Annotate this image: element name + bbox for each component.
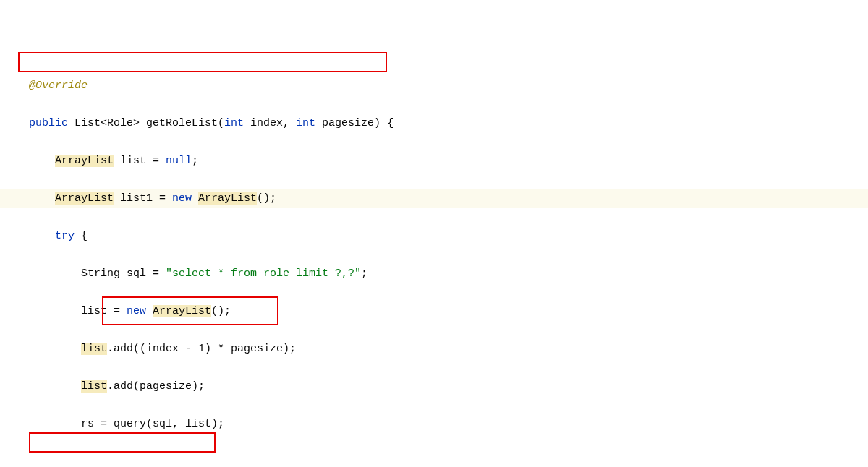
- code-text: ;: [192, 155, 198, 167]
- warn-type: ArrayList: [55, 192, 114, 205]
- annotation-box-3: [29, 432, 216, 453]
- code-text: ();: [257, 192, 276, 205]
- code-line[interactable]: list.add((index - 1) * pagesize);: [0, 340, 868, 359]
- keyword-int: int: [224, 117, 244, 129]
- keyword-try: try: [55, 230, 75, 242]
- code-text: list =: [81, 305, 127, 317]
- code-line-empty[interactable]: [0, 453, 868, 467]
- code-text: [146, 305, 153, 317]
- annotation: @Override: [29, 80, 88, 92]
- warn-type: ArrayList: [55, 155, 114, 167]
- code-line[interactable]: String sql = "select * from role limit ?…: [0, 265, 868, 283]
- code-line[interactable]: ArrayList list = null;: [0, 152, 868, 171]
- keyword-null: null: [166, 155, 192, 167]
- code-text: list =: [114, 155, 166, 167]
- code-text: .add(pagesize);: [107, 380, 205, 393]
- code-line-highlighted[interactable]: ArrayList list1 = new ArrayList();: [0, 189, 868, 208]
- code-line[interactable]: @Override: [0, 77, 868, 95]
- code-text: list1 =: [114, 192, 172, 205]
- code-line[interactable]: rs = query(sql, list);: [0, 415, 868, 434]
- warn-var: list: [81, 343, 107, 355]
- code-text: ;: [361, 267, 367, 280]
- code-text: [192, 192, 198, 205]
- code-line[interactable]: public List<Role> getRoleList(int index,…: [0, 114, 868, 133]
- string-literal: "select * from role limit ?,?": [166, 267, 361, 280]
- code-text: ();: [211, 305, 231, 317]
- keyword-int: int: [296, 117, 315, 129]
- param: index,: [244, 117, 296, 129]
- keyword-public: public: [29, 117, 68, 129]
- code-line[interactable]: list.add(pagesize);: [0, 377, 868, 396]
- warn-type: ArrayList: [198, 192, 257, 205]
- keyword-new: new: [127, 305, 146, 317]
- param: pagesize) {: [315, 117, 393, 129]
- code-line[interactable]: list = new ArrayList();: [0, 302, 868, 321]
- warn-var: list: [81, 380, 107, 393]
- code-text: String sql =: [81, 267, 166, 280]
- method-sig: List<Role> getRoleList(: [68, 117, 224, 129]
- code-text: .add((index - 1) * pagesize);: [107, 343, 296, 355]
- code-line[interactable]: try {: [0, 227, 868, 246]
- code-text: {: [75, 230, 88, 242]
- warn-type: ArrayList: [153, 305, 211, 317]
- code-text: rs = query(sql, list);: [81, 418, 224, 430]
- keyword-new: new: [172, 192, 192, 205]
- annotation-box-1: [18, 52, 387, 72]
